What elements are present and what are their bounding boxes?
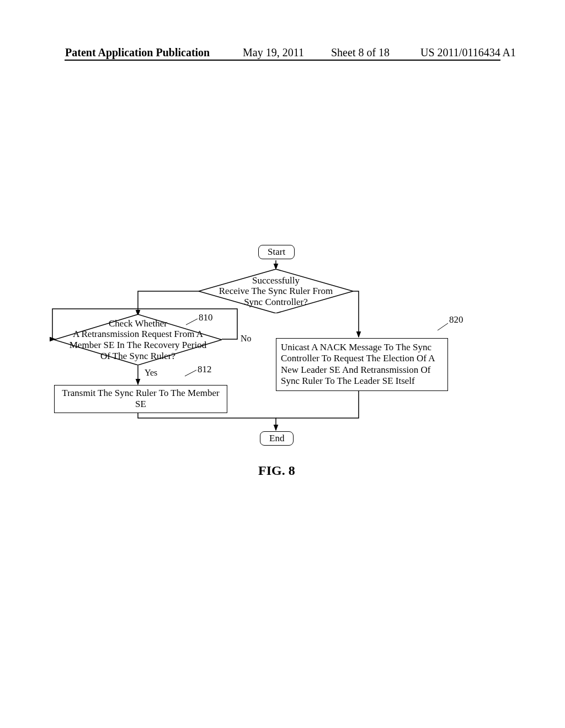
process-820-text: Unicast A NACK Message To The Sync Contr…: [281, 342, 435, 386]
header-publication-type: Patent Application Publication: [65, 46, 210, 59]
header-rule: [65, 60, 500, 61]
process-812-text: Transmit The Sync Ruler To The Member SE: [62, 388, 219, 409]
header-pub-number: US 2011/0116434 A1: [420, 46, 516, 59]
page: Patent Application Publication May 19, 2…: [0, 0, 565, 728]
edge-label-d2-no: No: [241, 334, 252, 344]
decision-d1: Successfully Receive The Sync Ruler From…: [199, 269, 353, 313]
ref-810: 810: [199, 312, 213, 323]
header-sheet: Sheet 8 of 18: [331, 46, 390, 59]
edge-label-d2-yes: Yes: [145, 368, 157, 378]
decision-d2-text: Check Whether A Retransmission Request F…: [67, 319, 209, 361]
svg-line-4: [438, 323, 448, 330]
figure-caption: FIG. 8: [258, 463, 295, 478]
process-820: Unicast A NACK Message To The Sync Contr…: [276, 338, 448, 391]
decision-d1-text: Successfully Receive The Sync Ruler From…: [210, 274, 342, 309]
terminal-start-label: Start: [259, 245, 294, 259]
ref-812: 812: [198, 364, 212, 375]
terminal-start: Start: [258, 245, 295, 259]
terminal-end-label: End: [260, 432, 293, 445]
decision-d2: Check Whether A Retransmission Request F…: [54, 314, 222, 365]
ref-820: 820: [449, 314, 463, 325]
process-812: Transmit The Sync Ruler To The Member SE: [54, 385, 227, 413]
svg-line-3: [185, 370, 196, 376]
header-date: May 19, 2011: [243, 46, 304, 59]
terminal-end: End: [260, 431, 294, 446]
